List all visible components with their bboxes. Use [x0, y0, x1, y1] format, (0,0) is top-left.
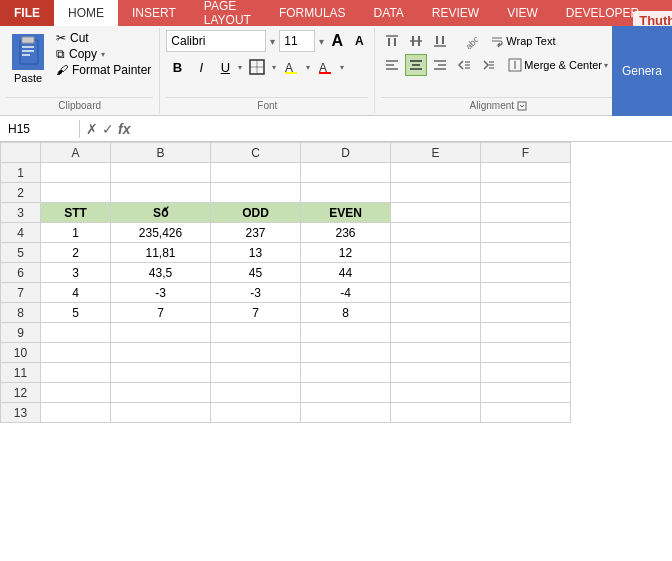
formula-input[interactable]	[136, 120, 672, 138]
cell-3-5[interactable]	[481, 203, 571, 223]
cell-11-0[interactable]	[41, 363, 111, 383]
decrease-indent-button[interactable]	[453, 54, 475, 76]
cell-12-1[interactable]	[111, 383, 211, 403]
cell-3-2[interactable]: ODD	[211, 203, 301, 223]
copy-button[interactable]: ⧉ Copy ▾	[54, 46, 153, 62]
row-header-13[interactable]: 13	[1, 403, 41, 423]
increase-indent-button[interactable]	[477, 54, 499, 76]
cell-3-4[interactable]	[391, 203, 481, 223]
cell-11-5[interactable]	[481, 363, 571, 383]
cell-12-5[interactable]	[481, 383, 571, 403]
cell-11-2[interactable]	[211, 363, 301, 383]
row-header-11[interactable]: 11	[1, 363, 41, 383]
cancel-icon[interactable]: ✗	[86, 121, 98, 137]
decrease-font-button[interactable]: A	[350, 32, 368, 50]
cell-1-2[interactable]	[211, 163, 301, 183]
cell-3-1[interactable]: Số	[111, 203, 211, 223]
cell-2-4[interactable]	[391, 183, 481, 203]
cell-5-2[interactable]: 13	[211, 243, 301, 263]
cell-1-0[interactable]	[41, 163, 111, 183]
cell-7-2[interactable]: -3	[211, 283, 301, 303]
cell-9-0[interactable]	[41, 323, 111, 343]
align-left-button[interactable]	[381, 54, 403, 76]
align-top-button[interactable]	[381, 30, 403, 52]
merge-center-button[interactable]: Merge & Center ▾	[501, 56, 615, 74]
cell-9-4[interactable]	[391, 323, 481, 343]
cell-13-3[interactable]	[301, 403, 391, 423]
italic-button[interactable]: I	[190, 56, 212, 78]
function-icon[interactable]: fx	[118, 121, 130, 137]
cell-8-0[interactable]: 5	[41, 303, 111, 323]
col-header-e[interactable]: E	[391, 143, 481, 163]
font-name-dropdown-icon[interactable]: ▾	[270, 36, 275, 47]
tab-home[interactable]: HOME	[54, 0, 118, 26]
row-header-8[interactable]: 8	[1, 303, 41, 323]
cell-1-4[interactable]	[391, 163, 481, 183]
cell-6-1[interactable]: 43,5	[111, 263, 211, 283]
highlight-dropdown-icon[interactable]: ▾	[306, 63, 310, 72]
col-header-f[interactable]: F	[481, 143, 571, 163]
tab-data[interactable]: DATA	[360, 0, 418, 26]
copy-dropdown-icon[interactable]: ▾	[101, 50, 105, 59]
cell-5-3[interactable]: 12	[301, 243, 391, 263]
row-header-6[interactable]: 6	[1, 263, 41, 283]
underline-button[interactable]: U	[214, 56, 236, 78]
align-center-button[interactable]	[405, 54, 427, 76]
paste-button[interactable]: Paste	[6, 30, 50, 88]
cell-11-3[interactable]	[301, 363, 391, 383]
row-header-2[interactable]: 2	[1, 183, 41, 203]
font-size-input[interactable]	[279, 30, 315, 52]
cell-7-5[interactable]	[481, 283, 571, 303]
cell-9-3[interactable]	[301, 323, 391, 343]
cell-2-2[interactable]	[211, 183, 301, 203]
cell-7-3[interactable]: -4	[301, 283, 391, 303]
border-dropdown-icon[interactable]: ▾	[272, 63, 276, 72]
cell-10-5[interactable]	[481, 343, 571, 363]
cell-4-4[interactable]	[391, 223, 481, 243]
cell-10-1[interactable]	[111, 343, 211, 363]
row-header-5[interactable]: 5	[1, 243, 41, 263]
cell-3-0[interactable]: STT	[41, 203, 111, 223]
cell-6-0[interactable]: 3	[41, 263, 111, 283]
cut-button[interactable]: ✂ Cut	[54, 30, 153, 46]
cell-13-0[interactable]	[41, 403, 111, 423]
cell-6-5[interactable]	[481, 263, 571, 283]
cell-reference[interactable]: H15	[0, 120, 80, 138]
cell-10-0[interactable]	[41, 343, 111, 363]
cell-5-4[interactable]	[391, 243, 481, 263]
cell-3-3[interactable]: EVEN	[301, 203, 391, 223]
bold-button[interactable]: B	[166, 56, 188, 78]
cell-2-1[interactable]	[111, 183, 211, 203]
cell-8-5[interactable]	[481, 303, 571, 323]
border-button[interactable]	[244, 56, 270, 78]
cell-12-3[interactable]	[301, 383, 391, 403]
tab-pagelayout[interactable]: PAGE LAYOUT	[190, 0, 265, 26]
cell-5-1[interactable]: 11,81	[111, 243, 211, 263]
merge-center-dropdown-icon[interactable]: ▾	[604, 61, 608, 70]
col-header-d[interactable]: D	[301, 143, 391, 163]
cell-12-2[interactable]	[211, 383, 301, 403]
cell-8-2[interactable]: 7	[211, 303, 301, 323]
cell-12-4[interactable]	[391, 383, 481, 403]
cell-4-3[interactable]: 236	[301, 223, 391, 243]
row-header-1[interactable]: 1	[1, 163, 41, 183]
cell-7-0[interactable]: 4	[41, 283, 111, 303]
cell-2-3[interactable]	[301, 183, 391, 203]
cell-6-3[interactable]: 44	[301, 263, 391, 283]
cell-7-1[interactable]: -3	[111, 283, 211, 303]
increase-font-button[interactable]: A	[328, 32, 346, 50]
row-header-9[interactable]: 9	[1, 323, 41, 343]
font-name-input[interactable]	[166, 30, 266, 52]
cell-5-0[interactable]: 2	[41, 243, 111, 263]
font-color-dropdown-icon[interactable]: ▾	[340, 63, 344, 72]
cell-13-5[interactable]	[481, 403, 571, 423]
cell-4-5[interactable]	[481, 223, 571, 243]
confirm-icon[interactable]: ✓	[102, 121, 114, 137]
format-painter-button[interactable]: 🖌 Format Painter	[54, 62, 153, 78]
cell-9-1[interactable]	[111, 323, 211, 343]
cell-4-0[interactable]: 1	[41, 223, 111, 243]
row-header-4[interactable]: 4	[1, 223, 41, 243]
cell-11-1[interactable]	[111, 363, 211, 383]
align-right-button[interactable]	[429, 54, 451, 76]
cell-4-1[interactable]: 235,426	[111, 223, 211, 243]
